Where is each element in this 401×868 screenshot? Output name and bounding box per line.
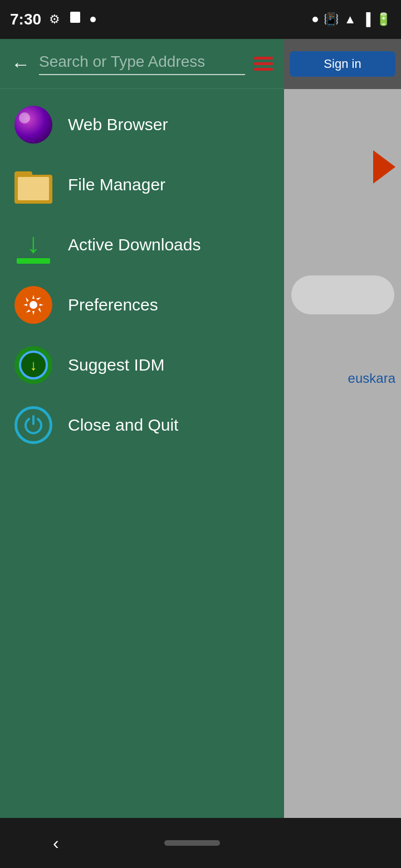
navigation-bar: ‹ bbox=[0, 818, 401, 868]
active-downloads-label: Active Downloads bbox=[68, 235, 200, 254]
hamburger-line-1 bbox=[254, 57, 273, 60]
background-right: Sign in euskara bbox=[284, 39, 401, 868]
search-placeholder: Search or Type Address bbox=[39, 53, 205, 70]
nav-home-pill[interactable] bbox=[164, 840, 220, 846]
battery-icon: 🔋 bbox=[376, 12, 391, 27]
suggest-idm-icon-wrap: ↓ bbox=[13, 345, 53, 385]
settings-icon: ⚙ bbox=[49, 12, 60, 27]
menu-item-web-browser[interactable]: Web Browser bbox=[0, 95, 284, 155]
download-arrow-icon: ↓ bbox=[27, 229, 41, 257]
status-left: 7:30 ⚙ bbox=[10, 11, 96, 28]
file-manager-icon-wrap bbox=[13, 165, 53, 205]
sign-in-button[interactable]: Sign in bbox=[290, 51, 395, 77]
hamburger-menu-icon[interactable] bbox=[254, 57, 273, 71]
nav-back-button[interactable]: ‹ bbox=[53, 833, 59, 854]
idm-arrow-icon: ↓ bbox=[30, 357, 37, 374]
close-quit-icon-wrap bbox=[13, 405, 53, 445]
file-manager-icon bbox=[14, 166, 52, 204]
idm-inner-circle: ↓ bbox=[19, 351, 48, 379]
download-tray-icon bbox=[17, 258, 50, 264]
web-browser-icon bbox=[14, 106, 52, 144]
menu-item-preferences[interactable]: Preferences bbox=[0, 275, 284, 335]
bg-section-3: euskara bbox=[284, 345, 401, 412]
notification-dot bbox=[90, 17, 96, 22]
status-dot-right bbox=[312, 17, 318, 22]
hamburger-line-3 bbox=[254, 68, 273, 71]
active-downloads-icon: ↓ bbox=[14, 226, 52, 264]
search-input-area[interactable]: Search or Type Address bbox=[39, 53, 245, 75]
suggest-idm-icon: ↓ bbox=[14, 346, 52, 384]
bg-section-1 bbox=[284, 89, 401, 245]
hamburger-line-2 bbox=[254, 62, 273, 65]
menu-item-active-downloads[interactable]: ↓ Active Downloads bbox=[0, 215, 284, 275]
file-manager-label: File Manager bbox=[68, 175, 165, 194]
side-drawer: ← Search or Type Address Web Browser bbox=[0, 39, 284, 868]
preferences-label: Preferences bbox=[68, 295, 158, 314]
back-arrow-icon[interactable]: ← bbox=[11, 55, 30, 73]
menu-item-suggest-idm[interactable]: ↓ Suggest IDM bbox=[0, 335, 284, 395]
power-svg bbox=[22, 414, 45, 436]
shield-icon bbox=[68, 11, 82, 28]
active-downloads-icon-wrap: ↓ bbox=[13, 225, 53, 265]
bg-section-2 bbox=[284, 245, 401, 345]
status-time: 7:30 bbox=[10, 11, 41, 28]
status-right: 📳 ▲ ▐ 🔋 bbox=[312, 12, 391, 27]
close-quit-icon bbox=[14, 406, 52, 444]
web-browser-icon-wrap bbox=[13, 105, 53, 145]
arrow-shape bbox=[373, 150, 395, 184]
vibrate-icon: 📳 bbox=[324, 12, 339, 27]
bg-topbar-right: Sign in bbox=[284, 39, 401, 89]
web-browser-label: Web Browser bbox=[68, 115, 168, 134]
suggest-idm-label: Suggest IDM bbox=[68, 356, 164, 374]
euskara-link[interactable]: euskara bbox=[348, 371, 395, 386]
menu-item-close-and-quit[interactable]: Close and Quit bbox=[0, 395, 284, 455]
preferences-icon-wrap bbox=[13, 285, 53, 325]
svg-rect-2 bbox=[70, 18, 80, 23]
drawer-header: ← Search or Type Address bbox=[0, 39, 284, 89]
svg-point-3 bbox=[30, 301, 37, 309]
preferences-icon bbox=[14, 286, 52, 324]
close-and-quit-label: Close and Quit bbox=[68, 416, 178, 435]
gear-svg bbox=[22, 293, 45, 317]
menu-list: Web Browser File Manager ↓ Active Down bbox=[0, 89, 284, 868]
wifi-icon: ▲ bbox=[344, 12, 356, 27]
bg-bottom bbox=[284, 412, 401, 723]
rounded-box bbox=[291, 275, 394, 314]
status-bar: 7:30 ⚙ 📳 ▲ ▐ 🔋 bbox=[0, 0, 401, 39]
signal-icon: ▐ bbox=[361, 12, 370, 27]
menu-item-file-manager[interactable]: File Manager bbox=[0, 155, 284, 215]
